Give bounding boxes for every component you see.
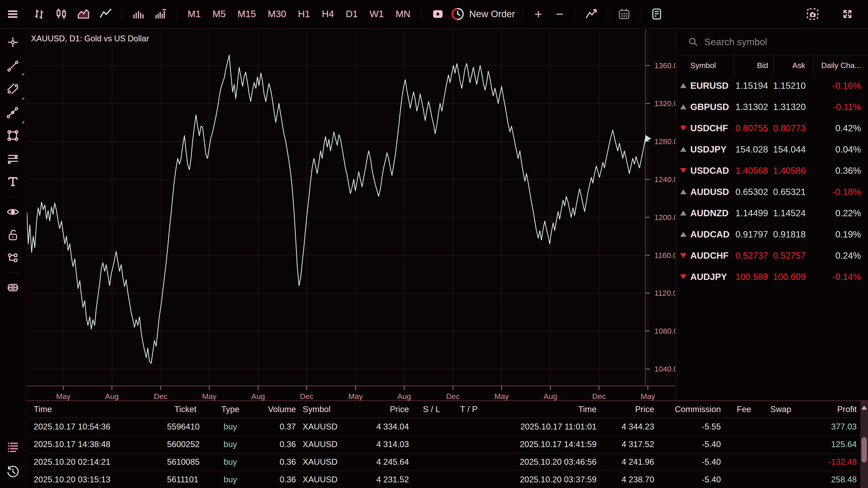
line-chart-icon[interactable] <box>99 8 112 20</box>
market-row-usdchf[interactable]: USDCHF0.807550.807730.42% <box>676 118 868 139</box>
price-chart[interactable]: 1360.001320.001280.001240.001200.001160.… <box>27 29 675 400</box>
svg-text:Aug: Aug <box>105 392 119 400</box>
bid-cell: 0.80755 <box>734 123 773 133</box>
candlestick-chart-icon[interactable] <box>55 8 68 20</box>
shapes-icon[interactable] <box>6 129 19 142</box>
ask-cell: 0.65321 <box>773 187 813 197</box>
timeframe-d1[interactable]: D1 <box>340 8 364 20</box>
trade-history-row[interactable]: 2025.10.17 10:54:365596410buy0.37XAUUSD4… <box>27 418 868 436</box>
polyline-icon[interactable] <box>6 106 19 119</box>
svg-text:May: May <box>56 392 70 400</box>
cell-price-open: 4 314.03 <box>364 440 409 449</box>
change-cell: 0.42% <box>813 123 868 133</box>
timeframe-w1[interactable]: W1 <box>364 8 390 20</box>
object-tree-icon[interactable] <box>6 252 19 265</box>
delete-objects-icon[interactable] <box>6 281 19 294</box>
column-header-change[interactable]: Daily Cha... <box>813 56 868 75</box>
market-row-audcad[interactable]: AUDCAD0.917970.918180.19% <box>676 224 868 245</box>
hamburger-menu-icon[interactable] <box>6 8 19 20</box>
market-row-audusd[interactable]: AUDUSD0.653020.65321-0.18% <box>676 181 868 202</box>
bid-cell: 100.589 <box>734 272 773 282</box>
market-row-eurusd[interactable]: EURUSD1.151941.15210-0.16% <box>676 75 868 96</box>
timeframe-m15[interactable]: M15 <box>232 8 262 20</box>
ask-cell: 1.14524 <box>773 208 813 218</box>
chart-area[interactable]: XAUUSD, D1: Gold vs US Dollar 1360.00132… <box>27 29 675 400</box>
timeframe-h1[interactable]: H1 <box>292 8 316 20</box>
market-row-audjpy[interactable]: AUDJPY100.589100.609-0.14% <box>676 266 868 287</box>
cell-time-open: 2025.10.20 02:14:21 <box>27 457 167 467</box>
history-icon[interactable] <box>6 465 19 478</box>
cell-price-close: 4 317.52 <box>596 440 654 449</box>
new-order-button[interactable]: New Order <box>451 7 515 21</box>
down-arrow-icon <box>676 274 690 279</box>
area-chart-icon[interactable] <box>77 8 90 20</box>
svg-text:Aug: Aug <box>397 392 411 400</box>
tick-volume-icon[interactable] <box>154 8 166 20</box>
col-tp: T / P <box>454 404 484 414</box>
scrollbar-thumb[interactable] <box>862 437 867 462</box>
cell-volume: 0.36 <box>264 440 296 449</box>
col-time-open: Time <box>27 404 167 414</box>
svg-text:1040.00: 1040.00 <box>654 365 675 373</box>
crosshair-icon[interactable] <box>6 36 19 48</box>
chart-title: XAUUSD, D1: Gold vs US Dollar <box>31 34 149 43</box>
market-row-gbpusd[interactable]: GBPUSD1.313021.31320-0.11% <box>676 96 868 118</box>
timeframe-h4[interactable]: H4 <box>316 8 340 20</box>
submenu-arrow <box>21 72 24 75</box>
symbol-search <box>676 29 868 56</box>
cell-volume: 0.36 <box>264 475 296 484</box>
market-row-usdjpy[interactable]: USDJPY154.028154.0440.04% <box>676 139 868 160</box>
text-icon[interactable] <box>6 175 19 188</box>
calendar-icon[interactable] <box>618 8 630 20</box>
cell-type: buy <box>196 475 264 484</box>
trade-history-rows: 2025.10.17 10:54:365596410buy0.37XAUUSD4… <box>27 418 868 488</box>
zoom-in-button[interactable]: + <box>535 7 542 21</box>
cell-volume: 0.36 <box>264 457 296 467</box>
fib-lines-icon[interactable] <box>6 152 19 165</box>
column-header-bid[interactable]: Bid <box>734 56 773 75</box>
market-row-audnzd[interactable]: AUDNZD1.144991.145240.22% <box>676 202 868 224</box>
timeframe-m5[interactable]: M5 <box>207 8 231 20</box>
cell-profit: 377.03 <box>794 422 857 431</box>
sidebar-separator <box>6 272 20 273</box>
zoom-out-button[interactable]: − <box>556 7 563 21</box>
trade-history-row[interactable]: 2025.10.20 02:14:215610085buy0.36XAUUSD4… <box>27 453 868 471</box>
eye-icon[interactable] <box>6 205 19 218</box>
chart-shift-icon[interactable] <box>432 8 444 20</box>
trendline-icon[interactable] <box>6 60 19 72</box>
ask-cell: 1.15210 <box>773 80 813 91</box>
cell-price-close: 4 238.70 <box>596 475 654 484</box>
channels-icon[interactable] <box>6 83 19 95</box>
svg-text:Dec: Dec <box>300 392 313 400</box>
scroll-up-icon[interactable] <box>862 405 867 410</box>
market-depth-icon[interactable] <box>650 8 663 20</box>
column-header-symbol[interactable]: Symbol <box>676 56 734 75</box>
cell-time-close: 2025.10.17 11:01:01 <box>484 422 596 431</box>
timeframe-m30[interactable]: M30 <box>262 8 292 20</box>
symbol-cell: EURUSD <box>676 80 734 91</box>
indicators-icon[interactable] <box>585 8 598 20</box>
timeframe-m1[interactable]: M1 <box>182 8 207 20</box>
col-price-close: Price <box>596 404 654 414</box>
screenshot-icon[interactable] <box>806 8 819 20</box>
new-order-label: New Order <box>469 8 515 20</box>
symbol-cell: AUDUSD <box>676 187 734 197</box>
symbol-cell: USDJPY <box>676 144 734 155</box>
cell-price-open: 4 245.64 <box>364 457 409 467</box>
history-scrollbar[interactable] <box>860 401 868 488</box>
trade-list-icon[interactable] <box>6 441 19 453</box>
cell-profit: 258.48 <box>794 475 857 484</box>
symbol-search-input[interactable] <box>704 37 840 47</box>
unlock-icon[interactable] <box>6 229 19 241</box>
market-row-usdcad[interactable]: USDCAD1.405681.405860.36% <box>676 160 868 181</box>
fullscreen-icon[interactable] <box>841 8 854 20</box>
bar-chart-icon[interactable] <box>33 8 45 20</box>
change-cell: -0.18% <box>813 187 868 197</box>
trade-history-row[interactable]: 2025.10.17 14:38:485600252buy0.36XAUUSD4… <box>27 436 868 453</box>
market-watch-panel: Symbol Bid Ask Daily Cha... EURUSD1.1519… <box>676 29 868 400</box>
volume-icon[interactable] <box>132 8 145 20</box>
timeframe-mn[interactable]: MN <box>390 8 416 20</box>
trade-history-row[interactable]: 2025.10.20 03:15:135611101buy0.36XAUUSD4… <box>27 471 868 488</box>
market-row-audchf[interactable]: AUDCHF0.527370.527570.24% <box>676 245 868 266</box>
column-header-ask[interactable]: Ask <box>773 56 813 75</box>
